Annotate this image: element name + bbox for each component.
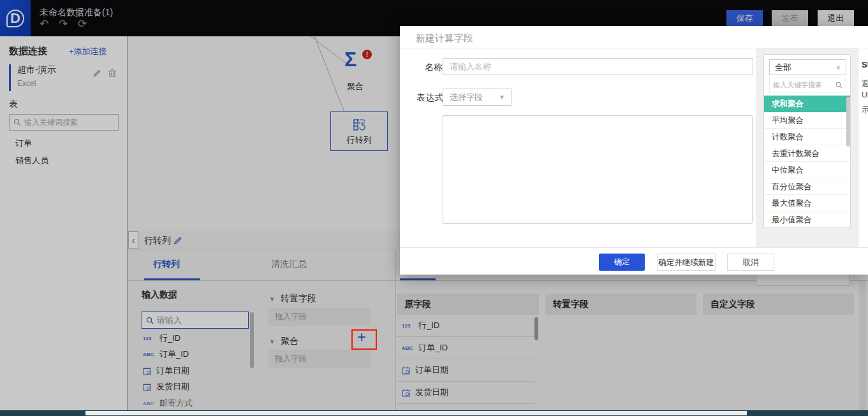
- sidebar-table-salespeople[interactable]: 销售人员: [15, 155, 48, 166]
- function-item[interactable]: 平均聚合: [764, 112, 851, 129]
- tab-pivot[interactable]: 行转列: [153, 259, 180, 270]
- app-root: D 未命名数据准备(1) ↶ ↷ ⟳ 保存 发布 退出 数据连接 +添加连接 超…: [0, 0, 868, 416]
- connection-name: 超市-演示: [17, 64, 121, 76]
- aggregate-function-panel: 全部 ∨ 输入关键字搜索 求和聚合 平均聚合 计数聚合 去重计数聚合 中位聚合 …: [763, 54, 851, 228]
- collapse-panel-button[interactable]: ‹: [128, 231, 138, 249]
- page-scrollbar-track[interactable]: [859, 281, 866, 411]
- select-field-dropdown[interactable]: 选择字段 ▼: [443, 89, 511, 106]
- add-connection-link[interactable]: +添加连接: [69, 46, 107, 57]
- transpose-dropzone[interactable]: 拖入字段: [268, 308, 371, 326]
- function-item[interactable]: 去重计数聚合: [764, 145, 851, 162]
- orig-field-row[interactable]: 发货日期: [397, 382, 534, 404]
- confirm-and-continue-button[interactable]: 确定并继续新建: [657, 254, 716, 271]
- date-type-icon: [143, 383, 151, 391]
- cancel-button[interactable]: 取消: [727, 254, 774, 271]
- function-name: SUM: [862, 60, 868, 69]
- redo-icon[interactable]: ↷: [59, 18, 68, 31]
- pivot-node-selected[interactable]: 行转列: [330, 111, 388, 151]
- name-input[interactable]: 请输入名称: [443, 58, 753, 75]
- text-type-icon: ABC: [143, 352, 154, 357]
- modal-title: 新建计算字段: [416, 32, 473, 45]
- search-icon: [13, 118, 21, 126]
- undo-icon[interactable]: ↶: [40, 18, 48, 31]
- sidebar-table-orders[interactable]: 订单: [15, 138, 32, 149]
- function-item-selected[interactable]: 求和聚合: [764, 96, 851, 112]
- search-icon: [146, 317, 154, 324]
- input-field-row[interactable]: 发货日期: [143, 381, 189, 392]
- function-item[interactable]: 百分位聚合: [764, 178, 851, 195]
- category-filter-dropdown[interactable]: 全部 ∨: [769, 59, 846, 75]
- field-search-input[interactable]: 请输入: [142, 312, 249, 329]
- aggregate-section-heading: 聚合: [281, 336, 298, 347]
- table-section-heading: 表: [9, 99, 18, 110]
- text-type-icon: ABC: [143, 401, 154, 406]
- tab-clean-summary[interactable]: 清洗汇总: [271, 259, 307, 270]
- document-title: 未命名数据准备(1): [40, 7, 113, 18]
- expression-label: 表达式: [416, 92, 443, 104]
- save-button[interactable]: 保存: [726, 10, 763, 26]
- orig-fields-header: 原字段: [397, 294, 539, 315]
- search-icon: [835, 82, 842, 89]
- refresh-icon[interactable]: ⟳: [78, 18, 87, 31]
- function-item[interactable]: 中位聚合: [764, 162, 851, 178]
- aggregate-dropzone[interactable]: 拖入字段: [268, 350, 371, 368]
- data-connection-heading: 数据连接: [9, 45, 47, 57]
- aggregate-node-label: 聚合: [347, 81, 364, 92]
- function-item[interactable]: 最小值聚合: [764, 212, 851, 228]
- orig-fields-scrollbar[interactable]: [534, 317, 538, 340]
- date-type-icon: [402, 366, 410, 375]
- date-type-icon: [402, 389, 410, 397]
- number-type-icon: 123: [143, 336, 154, 341]
- transpose-section-heading: 转置字段: [281, 293, 316, 305]
- input-field-row[interactable]: 123 行_ID: [143, 333, 180, 344]
- exit-button[interactable]: 退出: [818, 10, 854, 26]
- number-type-icon: 123: [402, 323, 413, 329]
- input-field-row[interactable]: ABC 订单_ID: [143, 348, 189, 360]
- panel-node-title: 行转列: [144, 235, 171, 247]
- chevron-down-icon[interactable]: ∨: [270, 295, 274, 302]
- confirm-button[interactable]: 确定: [599, 254, 645, 271]
- pivot-node-label: 行转列: [331, 134, 387, 146]
- input-data-heading: 输入数据: [142, 289, 177, 301]
- text-type-icon: ABC: [402, 345, 413, 351]
- logo-d-icon: D: [6, 10, 24, 27]
- edit-connection-icon[interactable]: [93, 68, 101, 80]
- function-list: 求和聚合 平均聚合 计数聚合 去重计数聚合 中位聚合 百分位聚合 最大值聚合 最…: [764, 96, 851, 228]
- chevron-down-icon[interactable]: ∨: [270, 338, 274, 345]
- table-search-placeholder: 输入关键词搜索: [24, 117, 78, 128]
- expression-editor[interactable]: [443, 115, 753, 224]
- publish-button[interactable]: 发布: [772, 10, 808, 26]
- click-target-annotation: [351, 329, 377, 350]
- sigma-icon[interactable]: Σ: [344, 48, 357, 71]
- chevron-down-icon: ∨: [836, 60, 841, 75]
- transposed-fields-header: 转置字段: [545, 294, 696, 315]
- orig-field-row[interactable]: 订单日期: [397, 359, 534, 382]
- input-field-row[interactable]: ABC 邮寄方式: [143, 398, 193, 409]
- connection-item[interactable]: 超市-演示 Excel: [9, 64, 121, 91]
- orig-field-row[interactable]: 123 行_ID: [397, 315, 534, 337]
- modal-footer: 确定 确定并继续新建 取消: [400, 247, 868, 275]
- function-item[interactable]: 最大值聚合: [764, 195, 851, 212]
- input-field-row[interactable]: 订单日期: [143, 365, 189, 377]
- bottom-scrollbar[interactable]: [85, 411, 747, 415]
- field-search-placeholder: 请输入: [157, 315, 182, 326]
- table-search-input[interactable]: 输入关键词搜索: [9, 114, 119, 131]
- list-scrollbar[interactable]: [250, 312, 254, 368]
- date-type-icon: [143, 367, 151, 375]
- name-label: 名称: [425, 62, 443, 73]
- custom-fields-header: 自定义字段: [703, 294, 854, 315]
- new-calc-field-modal: 新建计算字段 名称 请输入名称 表达式 选择字段 ▼ 全部 ∨ 输入关键字搜索 …: [400, 26, 868, 275]
- function-item[interactable]: 计数聚合: [764, 129, 851, 145]
- chevron-down-icon: ▼: [499, 89, 505, 105]
- error-badge: !: [362, 50, 372, 59]
- app-logo[interactable]: D: [0, 0, 31, 36]
- orig-field-row[interactable]: ABC 订单_ID: [397, 337, 534, 359]
- pivot-icon: [352, 118, 366, 132]
- function-search-input[interactable]: 输入关键字搜索: [769, 78, 846, 92]
- panel-divider: [395, 250, 396, 411]
- bottom-window-edge: [0, 410, 868, 416]
- orig-fields-list: 123 行_ID ABC 订单_ID 订单日期 发货日期: [397, 315, 534, 404]
- delete-connection-icon[interactable]: [108, 68, 116, 80]
- rename-node-icon[interactable]: [173, 236, 182, 247]
- function-list-scrollbar[interactable]: [846, 97, 850, 147]
